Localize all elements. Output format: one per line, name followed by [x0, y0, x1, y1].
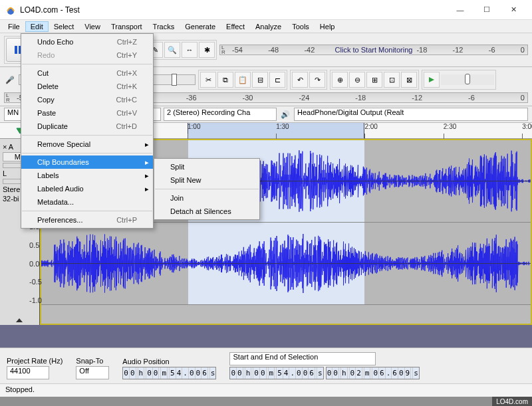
menu-item-duplicate[interactable]: DuplicateCtrl+D [21, 120, 153, 133]
playback-device-combo[interactable]: HeadPhone/Digital Output (Realt [294, 108, 528, 121]
selection-start-value[interactable]: 00 h 00 m 54.006 s [229, 367, 323, 379]
close-button[interactable]: ✕ [500, 0, 527, 20]
menu-item-paste[interactable]: PasteCtrl+V [21, 106, 153, 120]
clipboard-tools: ✂ ⧉ 📋 ⊟ ⊏ [198, 70, 287, 90]
menu-analyze[interactable]: Analyze [250, 21, 287, 32]
zoom-toggle-icon[interactable]: ⊠ [401, 72, 417, 88]
selection-toolbar: Project Rate (Hz) 44100 Snap-To Off Audi… [0, 348, 532, 383]
undo-icon[interactable]: ↶ [292, 72, 308, 88]
project-rate-label: Project Rate (Hz) [7, 357, 63, 365]
trim-icon[interactable]: ⊟ [252, 72, 268, 88]
svg-marker-7 [429, 77, 434, 82]
project-rate-combo[interactable]: 44100 [7, 366, 49, 379]
snap-to-combo[interactable]: Off [76, 366, 109, 379]
selection-label: Start and End of Selection [229, 352, 419, 365]
multi-tool-icon[interactable]: ✱ [199, 42, 215, 58]
status-text: Stopped. [5, 385, 35, 393]
submenu-item-split[interactable]: Split [154, 160, 259, 173]
titlebar: LO4D.com - Test — ☐ ✕ [0, 0, 532, 20]
submenu-item-join[interactable]: Join [154, 191, 259, 205]
clip-boundaries-submenu: SplitSplit NewJoinDetach at Silences [154, 158, 260, 220]
statusbar: Stopped. [0, 383, 532, 397]
edit-menu-dropdown: Undo EchoCtrl+ZRedoCtrl+YCutCtrl+XDelete… [21, 33, 154, 229]
timeline-tick: 1:30 [276, 123, 289, 130]
watermark-bar [0, 397, 532, 406]
silence-icon[interactable]: ⊏ [269, 72, 285, 88]
redo-icon[interactable]: ↷ [309, 72, 325, 88]
menu-item-delete[interactable]: DeleteCtrl+K [21, 80, 153, 93]
mic-icon: 🎤 [4, 74, 16, 86]
speaker-icon: 🔊 [279, 108, 291, 120]
menu-item-undo-echo[interactable]: Undo EchoCtrl+Z [21, 35, 153, 49]
menu-item-labels[interactable]: Labels▸ [21, 169, 153, 182]
fit-project-icon[interactable]: ⊡ [384, 72, 400, 88]
minimize-button[interactable]: — [447, 0, 473, 20]
menu-item-clip-boundaries[interactable]: Clip Boundaries▸ [21, 155, 153, 169]
menu-select[interactable]: Select [49, 21, 80, 32]
maximize-button[interactable]: ☐ [473, 0, 500, 20]
menu-item-preferences-[interactable]: Preferences...Ctrl+P [21, 213, 153, 227]
waveform-right-channel[interactable]: 1.00.50.0-0.5-1.0 [41, 223, 531, 305]
copy-icon[interactable]: ⧉ [217, 72, 233, 88]
zoom-in-icon[interactable]: ⊕ [332, 72, 348, 88]
zoom-tool-icon[interactable]: 🔍 [164, 42, 180, 58]
menu-item-remove-special[interactable]: Remove Special▸ [21, 138, 153, 151]
play-at-speed [422, 70, 496, 90]
paste-icon[interactable]: 📋 [235, 72, 251, 88]
menu-file[interactable]: File [3, 21, 25, 32]
meter-lr-label: LR [6, 93, 10, 102]
menu-transport[interactable]: Transport [106, 21, 148, 32]
audio-position-value[interactable]: 00 h 00 m 54.006 s [122, 367, 216, 379]
selection-end-value[interactable]: 00 h 02 m 06.609 s [326, 367, 420, 379]
track-collapse-icon[interactable] [16, 318, 23, 322]
speed-slider[interactable] [441, 74, 494, 85]
audio-position-label: Audio Position [122, 357, 216, 365]
menu-effect[interactable]: Effect [221, 21, 250, 32]
timeline-tick: 1:00 [188, 123, 200, 130]
menu-item-cut[interactable]: CutCtrl+X [21, 66, 153, 80]
recording-channels-combo[interactable]: 2 (Stereo) Recording Cha [164, 108, 277, 121]
play-speed-icon[interactable] [424, 72, 440, 88]
submenu-item-split-new[interactable]: Split New [154, 173, 259, 187]
zoom-out-icon[interactable]: ⊖ [349, 72, 365, 88]
timeline-tick: 2:30 [444, 123, 456, 130]
app-icon [5, 5, 16, 15]
timeline-tick: 3:00 [522, 123, 532, 130]
cut-icon[interactable]: ✂ [200, 72, 216, 88]
menu-generate[interactable]: Generate [180, 21, 221, 32]
watermark: LO4D.com [492, 397, 532, 406]
menu-view[interactable]: View [79, 21, 106, 32]
menu-edit[interactable]: Edit [25, 21, 49, 32]
submenu-item-detach-at-silences[interactable]: Detach at Silences [154, 205, 259, 218]
zoom-tools: ⊕ ⊖ ⊞ ⊡ ⊠ [330, 70, 419, 90]
menubar: FileEditSelectViewTransportTracksGenerat… [0, 20, 532, 33]
timeline-tick: 2:00 [364, 123, 377, 130]
svg-rect-1 [15, 46, 17, 54]
menu-help[interactable]: Help [315, 21, 340, 32]
menu-item-metadata-[interactable]: Metadata... [21, 195, 153, 209]
menu-item-redo: RedoCtrl+Y [21, 49, 153, 62]
menu-tracks[interactable]: Tracks [148, 21, 180, 32]
recording-meter[interactable]: LR -54-48-42-18-12-60 Click to Start Mon… [219, 45, 528, 55]
timeshift-tool-icon[interactable]: ↔ [182, 42, 198, 58]
menu-item-copy[interactable]: CopyCtrl+C [21, 93, 153, 106]
selection-mode-combo[interactable]: Start and End of Selection [229, 352, 376, 365]
menu-item-labeled-audio[interactable]: Labeled Audio▸ [21, 182, 153, 195]
undo-tools: ↶ ↷ [290, 70, 327, 90]
fit-selection-icon[interactable]: ⊞ [366, 72, 382, 88]
meter-lr-label: LR [221, 45, 225, 54]
snap-to-label: Snap-To [76, 357, 109, 365]
menu-tools[interactable]: Tools [287, 21, 315, 32]
window-title: LO4D.com - Test [20, 5, 447, 15]
